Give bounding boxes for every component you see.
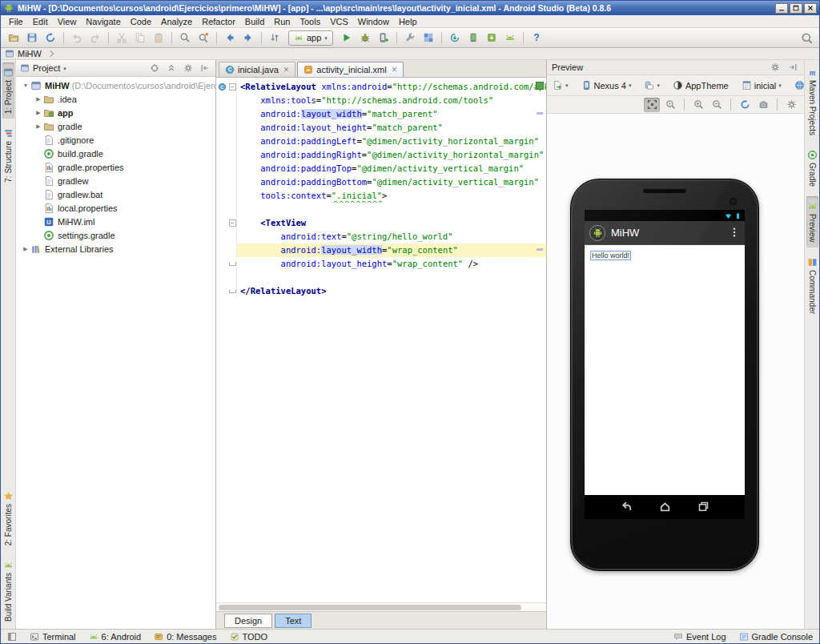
close-tab-icon[interactable]: ✕ [283,66,290,74]
fold-end-marker[interactable] [229,289,236,293]
toolwindow-tab-1-project[interactable]: 1: Project [2,62,14,119]
refresh-button[interactable] [737,98,753,112]
preview-device-phone-nexus-4-dropdown[interactable]: Nexus 4▾ [579,78,634,92]
fold-marker[interactable]: − [229,219,236,227]
sdk-manager-button[interactable] [483,30,500,46]
avd-manager-button[interactable] [501,30,519,46]
zoom-out-button[interactable] [709,98,725,112]
project-structure-button[interactable] [420,30,437,46]
device-monitor-button[interactable] [464,30,482,46]
close-button[interactable] [804,3,817,14]
menu-vcs[interactable]: VCS [325,16,353,27]
tree-item-gradle-properties[interactable]: gradle.properties [16,160,215,174]
run-configuration-dropdown[interactable]: app▾ [288,30,333,46]
preview-layout-variant-dropdown[interactable]: ▾ [550,78,571,92]
fold-marker[interactable]: − [229,83,236,91]
settings-wrench-button[interactable] [401,30,419,46]
code-line[interactable]: C−<RelativeLayout xmlns:android="http://… [216,80,546,94]
tree-item-build-gradle[interactable]: build.gradle [16,147,215,160]
run-button[interactable] [338,30,356,46]
back-button[interactable] [221,30,239,46]
error-stripe-mark[interactable] [537,112,543,115]
inspection-status-indicator[interactable] [536,82,544,90]
code-line[interactable] [216,203,546,216]
tree-item-gradlew[interactable]: gradlew [16,174,215,187]
tree-item-mihw[interactable]: ▼MiHW (D:\Documentos\cursos\android\Ejer… [16,78,215,92]
statusbar-terminal[interactable]: Terminal [30,632,76,642]
editor-horizontal-scrollbar[interactable] [216,602,546,611]
statusbar-gradle-console[interactable]: Gradle Console [739,632,813,642]
toolwindow-tab-build-variants[interactable]: Build Variants [2,555,14,626]
nav-recents-button[interactable] [697,501,709,514]
collapse-all-button[interactable] [165,62,178,74]
paste-button[interactable] [150,30,167,46]
zoom-actual-button[interactable] [662,98,678,112]
fold-end-marker[interactable] [229,262,236,266]
nav-back-button[interactable] [621,501,633,514]
phone-content[interactable]: Hello world! [585,245,745,495]
code-editor[interactable]: C−<RelativeLayout xmlns:android="http://… [216,78,546,602]
open-folder-button[interactable] [5,30,22,46]
toolwindow-tab-commander[interactable]: Commander [806,252,818,319]
collapsed-arrow-icon[interactable]: ▶ [34,123,43,130]
tab-text[interactable]: Text [275,614,312,628]
code-line[interactable]: android:text="@string/hello_world" [216,230,546,244]
project-panel-title[interactable]: Project [33,63,60,73]
menu-analyze[interactable]: Analyze [156,16,197,27]
preview-canvas[interactable]: MiHW Hello world! [547,114,804,629]
code-line[interactable]: android:paddingLeft="@dimen/activity_hor… [216,135,546,148]
code-line[interactable]: tools:context=".inicial"> [216,189,546,203]
preview-orientation-dropdown[interactable]: ▾ [641,78,662,92]
hello-world-textview[interactable]: Hello world! [590,251,631,260]
statusbar-toggle-toolwindows[interactable] [7,632,17,642]
minimize-button[interactable] [775,3,788,14]
toolwindow-tab-preview[interactable]: Preview [806,196,818,248]
tree-item-gradle[interactable]: ▶gradle [16,119,215,133]
sync-button[interactable] [42,30,59,46]
code-line[interactable]: android:paddingTop="@dimen/activity_vert… [216,162,546,175]
debug-button[interactable] [356,30,374,46]
scrollbar-thumb[interactable] [219,605,521,610]
preview-activity-inicial-dropdown[interactable]: inicial▾ [739,78,784,92]
code-line[interactable]: android:layout_height="match_parent" [216,121,546,135]
help-button[interactable]: ? [528,30,545,46]
menu-tools[interactable]: Tools [295,16,325,27]
find-usages-button[interactable] [195,30,212,46]
error-stripe-mark[interactable] [537,248,543,251]
zoom-fit-button[interactable] [644,98,660,112]
tree-item-settings-gradle[interactable]: settings.gradle [16,228,215,242]
menu-window[interactable]: Window [353,16,394,27]
undo-button[interactable] [68,30,86,46]
expanded-arrow-icon[interactable]: ▼ [21,83,30,88]
preview-theme-apptheme-dropdown[interactable]: AppTheme [670,78,731,92]
menu-help[interactable]: Help [394,16,422,27]
code-line[interactable]: android:paddingBottom="@dimen/activity_v… [216,175,546,189]
code-line[interactable]: xmlns:tools="http://schemas.android.com/… [216,94,546,107]
menu-build[interactable]: Build [240,16,269,27]
tree-item-external-libraries[interactable]: ▶External Libraries [16,242,215,256]
gear-button[interactable] [182,62,195,74]
code-line[interactable] [216,271,546,284]
tree-item-idea[interactable]: ▶.idea [16,92,215,106]
tree-item-mihw-iml[interactable]: IJMiHW.iml [16,215,215,228]
statusbar-event-log[interactable]: Event Log [673,632,726,642]
hide-button[interactable] [199,62,211,74]
cut-button[interactable] [113,30,131,46]
toolwindow-tab-maven-projects[interactable]: mMaven Projects [806,62,818,140]
tree-item-gradlew-bat[interactable]: gradlew.bat [16,187,215,201]
statusbar-0-messages[interactable]: 0: Messages [154,632,216,642]
editor-tab-activity-inicial-xml[interactable]: activity_inicial.xml✕ [297,62,404,77]
hide-right-button[interactable] [786,61,799,74]
screenshot-button[interactable] [755,98,771,112]
code-line[interactable]: android:paddingRight="@dimen/activity_ho… [216,148,546,162]
forward-button[interactable] [239,30,257,46]
menu-file[interactable]: File [4,16,28,27]
gear-button[interactable] [783,98,799,112]
collapsed-arrow-icon[interactable]: ▶ [21,246,30,252]
code-line[interactable]: android:layout_width="match_parent" [216,107,546,121]
find-button[interactable] [176,30,194,46]
collapsed-arrow-icon[interactable]: ▶ [34,96,43,103]
tab-design[interactable]: Design [224,614,272,628]
menu-edit[interactable]: Edit [28,16,53,27]
zoom-in-button[interactable] [690,98,706,112]
